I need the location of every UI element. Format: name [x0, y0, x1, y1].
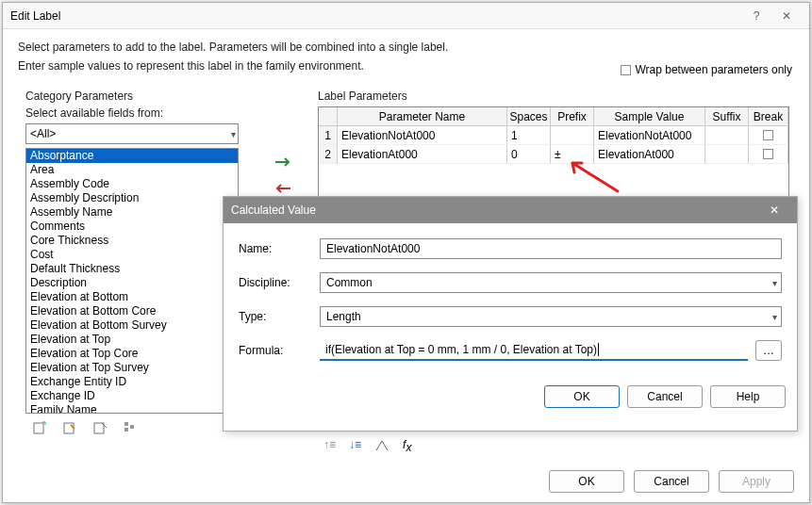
list-item[interactable]: Area	[26, 163, 238, 177]
type-select[interactable]: Length▾	[320, 306, 782, 327]
row-num: 2	[319, 145, 338, 164]
fx-icon[interactable]: fx	[403, 438, 411, 456]
cell-break[interactable]	[749, 126, 788, 145]
formula-label: Formula:	[239, 344, 320, 357]
calc-close-icon[interactable]: ✕	[759, 199, 789, 221]
wrap-label: Wrap between parameters only	[635, 63, 792, 76]
list-item[interactable]: Cost	[26, 248, 238, 262]
cell-prefix[interactable]: ±	[551, 145, 594, 164]
main-ok-button[interactable]: OK	[549, 470, 624, 493]
list-item[interactable]: Elevation at Top Survey	[26, 361, 238, 375]
calc-help-button[interactable]: Help	[710, 385, 786, 408]
name-field[interactable]: ElevationNotAt000	[320, 238, 782, 259]
delete-param-icon[interactable]	[91, 419, 108, 436]
parameters-listbox[interactable]: AbsorptanceAreaAssembly CodeAssembly Des…	[25, 148, 239, 414]
move-down-icon[interactable]: ↓≡	[349, 438, 361, 456]
col-break: Break	[749, 107, 788, 126]
col-name: Parameter Name	[338, 107, 507, 126]
discipline-label: Discipline:	[239, 276, 320, 289]
list-item[interactable]: Assembly Code	[26, 177, 238, 191]
list-item[interactable]: Elevation at Bottom Core	[26, 304, 238, 318]
cell-sample[interactable]: ElevationAt000	[594, 145, 705, 164]
svg-rect-4	[124, 422, 128, 426]
list-item[interactable]: Assembly Name	[26, 205, 238, 220]
svg-rect-0	[34, 423, 43, 433]
list-item[interactable]: Core Thickness	[26, 234, 238, 248]
cell-break[interactable]	[749, 145, 788, 164]
list-item[interactable]: Assembly Description	[26, 191, 238, 205]
col-prefix: Prefix	[551, 107, 594, 126]
list-item[interactable]: Absorptance	[26, 149, 238, 163]
list-item[interactable]: Exchange Entity ID	[26, 375, 238, 389]
svg-rect-5	[124, 428, 128, 432]
svg-rect-1	[64, 423, 74, 433]
label-params-table: Parameter Name Spaces Prefix Sample Valu…	[318, 106, 789, 203]
fields-combo[interactable]: <All> ▾	[25, 123, 239, 144]
cell-prefix[interactable]	[551, 126, 594, 145]
wrap-checkbox[interactable]	[621, 65, 631, 75]
add-param-button[interactable]	[273, 154, 295, 171]
table-row[interactable]: 2ElevationAt0000±ElevationAt000	[319, 145, 788, 164]
new-param-icon[interactable]	[31, 419, 48, 436]
discipline-select[interactable]: Common▾	[320, 272, 782, 293]
table-row[interactable]: 1ElevationNotAt0001ElevationNotAt000	[319, 126, 788, 145]
list-item[interactable]: Family Name	[26, 403, 238, 414]
row-num: 1	[319, 126, 338, 145]
type-label: Type:	[239, 310, 320, 323]
calculated-value-dialog: Calculated Value ✕ Name: ElevationNotAt0…	[223, 196, 798, 432]
col-rownum	[319, 107, 338, 126]
cell-name[interactable]: ElevationAt000	[338, 145, 507, 164]
cell-spaces[interactable]: 1	[507, 126, 551, 145]
main-titlebar: Edit Label ? ✕	[3, 3, 809, 29]
main-title: Edit Label	[10, 9, 741, 23]
main-apply-button: Apply	[719, 470, 794, 493]
list-item[interactable]: Elevation at Bottom	[26, 290, 238, 304]
calc-cancel-button[interactable]: Cancel	[627, 385, 703, 408]
col-suffix: Suffix	[705, 107, 749, 126]
sort-param-icon[interactable]	[122, 419, 139, 436]
move-up-icon[interactable]: ↑≡	[323, 438, 336, 456]
chevron-down-icon: ▾	[231, 129, 236, 139]
text-cursor	[598, 343, 599, 356]
unit-format-icon[interactable]	[374, 438, 389, 456]
cell-suffix[interactable]	[705, 126, 749, 145]
list-item[interactable]: Exchange ID	[26, 389, 238, 403]
instruction-1: Select parameters to add to the label. P…	[18, 41, 794, 54]
cell-sample[interactable]: ElevationNotAt000	[594, 126, 705, 145]
wrap-checkbox-row: Wrap between parameters only	[621, 63, 792, 76]
cell-spaces[interactable]: 0	[507, 145, 551, 164]
formula-browse-button[interactable]: …	[755, 340, 782, 361]
list-item[interactable]: Default Thickness	[26, 262, 238, 276]
select-fields-label: Select available fields from:	[25, 106, 239, 120]
list-item[interactable]: Elevation at Top	[26, 333, 238, 347]
col-sample: Sample Value	[594, 107, 705, 126]
name-label: Name:	[239, 242, 320, 255]
svg-rect-2	[94, 423, 104, 433]
fields-combo-value: <All>	[30, 127, 56, 140]
calc-titlebar: Calculated Value ✕	[224, 197, 797, 223]
edit-param-icon[interactable]	[61, 419, 78, 436]
list-item[interactable]: Elevation at Bottom Survey	[26, 318, 238, 333]
list-item[interactable]: Comments	[26, 220, 238, 234]
calc-ok-button[interactable]: OK	[544, 385, 620, 408]
formula-field[interactable]: if(Elevation at Top = 0 mm, 1 mm / 0, El…	[320, 340, 748, 361]
close-icon[interactable]: ✕	[771, 5, 802, 27]
cell-name[interactable]: ElevationNotAt000	[338, 126, 507, 145]
chevron-down-icon: ▾	[772, 312, 777, 322]
help-icon[interactable]: ?	[741, 5, 771, 27]
main-cancel-button[interactable]: Cancel	[634, 470, 709, 493]
cell-suffix[interactable]	[705, 145, 749, 164]
list-item[interactable]: Elevation at Top Core	[26, 347, 238, 361]
svg-rect-6	[130, 425, 134, 429]
remove-param-button[interactable]	[273, 180, 295, 197]
list-item[interactable]: Description	[26, 276, 238, 290]
calc-title: Calculated Value	[231, 204, 759, 217]
chevron-down-icon: ▾	[772, 278, 777, 288]
col-spaces: Spaces	[507, 107, 551, 126]
label-params-label: Label Parameters	[318, 90, 789, 103]
category-params-label: Category Parameters	[25, 90, 239, 103]
